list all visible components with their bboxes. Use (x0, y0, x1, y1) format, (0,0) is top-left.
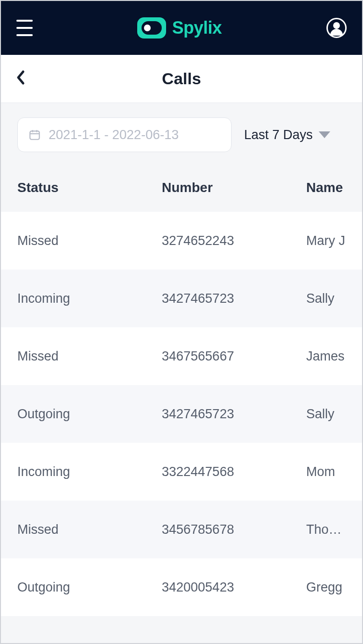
cell-name: Gregg (306, 580, 346, 595)
cell-name: Sally (306, 407, 346, 422)
table-row[interactable]: Missed3467565667James (1, 327, 362, 385)
table-row[interactable]: Outgoing3427465723Sally (1, 385, 362, 443)
date-range-value: 2021-1-1 - 2022-06-13 (49, 128, 179, 142)
table-row[interactable]: Missed3274652243Mary J (1, 212, 362, 270)
table-row[interactable]: Outgoing3420005423Gregg (1, 558, 362, 616)
cell-status: Outgoing (17, 580, 162, 595)
user-icon (333, 22, 340, 29)
profile-button[interactable] (326, 18, 347, 38)
table-row[interactable]: Missed3456785678Thomas (1, 501, 362, 558)
page-title: Calls (1, 69, 362, 88)
cell-status: Incoming (17, 291, 162, 306)
page-header: Calls (1, 55, 362, 103)
cell-number: 3420005423 (162, 580, 306, 595)
cell-name: Thomas (306, 522, 346, 537)
filter-bar: 2021-1-1 - 2022-06-13 Last 7 Days (1, 103, 362, 164)
cell-status: Outgoing (17, 407, 162, 422)
col-name: Name (306, 180, 346, 195)
chevron-down-icon (319, 131, 330, 138)
back-button[interactable] (15, 70, 25, 88)
cell-number: 3467565667 (162, 349, 306, 364)
cell-status: Missed (17, 233, 162, 248)
cell-number: 3427465723 (162, 291, 306, 306)
logo-badge-icon (137, 17, 166, 39)
svg-rect-0 (30, 131, 39, 139)
col-number: Number (162, 180, 306, 195)
cell-status: Incoming (17, 464, 162, 479)
cell-name: Mom (306, 464, 346, 479)
time-range-label: Last 7 Days (244, 128, 313, 142)
calls-table: Status Number Name Missed3274652243Mary … (1, 164, 362, 616)
cell-status: Missed (17, 349, 162, 364)
cell-name: Mary J (306, 233, 346, 248)
cell-name: Sally (306, 291, 346, 306)
table-body: Missed3274652243Mary JIncoming3427465723… (1, 212, 362, 616)
table-row[interactable]: Incoming3322447568Mom (1, 443, 362, 501)
app-name: Spylix (172, 18, 221, 38)
top-bar: Spylix (1, 1, 362, 55)
app-logo[interactable]: Spylix (137, 17, 221, 39)
cell-number: 3274652243 (162, 233, 306, 248)
cell-name: James (306, 349, 346, 364)
col-status: Status (17, 180, 162, 195)
cell-number: 3427465723 (162, 407, 306, 422)
table-header-row: Status Number Name (1, 164, 362, 212)
cell-number: 3322447568 (162, 464, 306, 479)
date-range-input[interactable]: 2021-1-1 - 2022-06-13 (17, 117, 232, 152)
calendar-icon (28, 129, 41, 141)
cell-status: Missed (17, 522, 162, 537)
menu-icon[interactable] (16, 20, 33, 36)
time-range-dropdown[interactable]: Last 7 Days (244, 128, 330, 142)
cell-number: 3456785678 (162, 522, 306, 537)
table-row[interactable]: Incoming3427465723Sally (1, 270, 362, 327)
chevron-left-icon (15, 70, 25, 85)
